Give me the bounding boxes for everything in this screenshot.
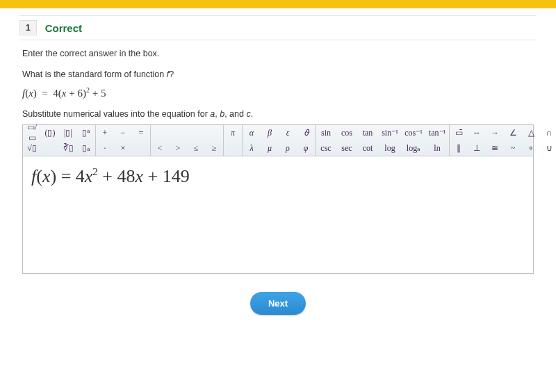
tb-overbar[interactable]: ▭̄: [450, 125, 468, 140]
tb-nthroot[interactable]: ∛▯: [59, 140, 77, 156]
tb-parallel[interactable]: ∥: [450, 140, 468, 156]
ans-paren-close: ): [50, 166, 56, 186]
given-formula: f(x) = 4(x + 6)2 + 5: [22, 86, 534, 99]
tb-rho[interactable]: ρ: [279, 140, 297, 156]
ans-plus2: +: [143, 166, 163, 186]
prompt-text: What is the standard form of function: [22, 70, 167, 79]
sub-prefix: Substitute numerical values into the equ…: [22, 109, 210, 119]
tb-c3b[interactable]: [169, 125, 187, 140]
ans-x: x: [42, 166, 51, 186]
tb-perp[interactable]: ⊥: [468, 140, 486, 156]
tb-log[interactable]: log: [378, 140, 402, 156]
tb-superscript[interactable]: ▯ᵃ: [77, 125, 95, 140]
ans-exp: 2: [92, 166, 98, 177]
tb-c3c[interactable]: [187, 125, 205, 140]
brand-topbar: [0, 0, 556, 8]
question-number: 1: [19, 20, 37, 35]
ans-paren-open: (: [36, 166, 42, 186]
ans-c: 149: [163, 166, 190, 186]
status-correct: Correct: [45, 22, 82, 34]
tb-group-templates: ▭/▭ (▯) |▯| ▯ᵃ √▯ ∛▯ ▯ₐ: [23, 125, 96, 156]
tb-sqrt[interactable]: √▯: [23, 140, 41, 156]
tb-pi[interactable]: π: [224, 125, 242, 140]
tb-group-geom: ▭̄ ↔ → ∠ △ ∩ ∥ ⊥ ≅ ~ ∘: [450, 125, 556, 156]
tb-logb[interactable]: logₐ: [402, 140, 425, 156]
tb-subscript[interactable]: ▯ₐ: [77, 140, 95, 156]
next-wrap: Next: [22, 292, 534, 315]
equation-editor: ▭/▭ (▯) |▯| ▯ᵃ √▯ ∛▯ ▯ₐ: [22, 124, 534, 274]
tb-blank2[interactable]: [132, 140, 150, 156]
tb-sec[interactable]: sec: [336, 140, 357, 156]
prompt-q: ?: [169, 70, 174, 79]
tb-congr[interactable]: ≅: [486, 140, 504, 156]
tb-c3a[interactable]: [151, 125, 169, 140]
tb-dot[interactable]: ·: [96, 140, 114, 156]
tb-parens[interactable]: (▯): [41, 125, 59, 140]
answer-input-area[interactable]: f(x) = 4x2 + 48x + 149: [23, 156, 533, 273]
tb-fraction[interactable]: ▭/▭: [23, 125, 41, 140]
tb-similar[interactable]: ~: [504, 140, 522, 156]
tb-lt[interactable]: <: [151, 140, 169, 156]
answer-expression: f(x) = 4x2 + 48x + 149: [31, 166, 525, 187]
prompt: What is the standard form of function f?: [22, 70, 534, 79]
tb-epsilon[interactable]: ε: [279, 125, 297, 140]
tb-asin[interactable]: sin⁻¹: [378, 125, 402, 140]
ans-a: 4: [76, 166, 85, 186]
tb-ln[interactable]: ln: [425, 140, 449, 156]
tb-le[interactable]: ≤: [187, 140, 205, 156]
tb-intersect[interactable]: ∩: [540, 125, 556, 140]
tb-group-trig: sin cos tan sin⁻¹ cos⁻¹ tan⁻¹ csc sec co…: [316, 125, 450, 156]
ans-eq: =: [56, 166, 76, 186]
tb-equals[interactable]: =: [132, 125, 150, 140]
math-toolbar: ▭/▭ (▯) |▯| ▯ᵃ √▯ ∛▯ ▯ₐ: [23, 125, 533, 156]
tb-csc[interactable]: csc: [316, 140, 336, 156]
tb-sin[interactable]: sin: [316, 125, 336, 140]
tb-blank3[interactable]: [224, 140, 242, 156]
instruction: Enter the correct answer in the box.: [22, 49, 534, 58]
tb-group-greek: α β ε ϑ λ μ ρ φ: [243, 125, 316, 156]
tb-cot[interactable]: cot: [357, 140, 378, 156]
page: 1 Correct Enter the correct answer in th…: [0, 0, 556, 392]
ans-b: 48: [117, 166, 136, 186]
question-header: 1 Correct: [19, 15, 537, 40]
tb-group-pi: π: [224, 125, 243, 156]
tb-group-compare: < > ≤ ≥: [151, 125, 224, 156]
ans-x1: x: [85, 166, 93, 186]
tb-plus[interactable]: +: [96, 125, 114, 140]
tb-gt[interactable]: >: [169, 140, 187, 156]
tb-c3d[interactable]: [205, 125, 223, 140]
tb-lambda[interactable]: λ: [243, 140, 261, 156]
tb-blank1[interactable]: [41, 140, 59, 156]
tb-arrow[interactable]: →: [486, 125, 504, 140]
ans-plus1: +: [98, 166, 117, 186]
sep2: , and: [224, 109, 246, 119]
tb-ge[interactable]: ≥: [205, 140, 223, 156]
tb-acos[interactable]: cos⁻¹: [402, 125, 425, 140]
tb-theta[interactable]: ϑ: [297, 125, 315, 140]
sub-suffix: .: [251, 109, 253, 119]
tb-dblarrow[interactable]: ↔: [468, 125, 486, 140]
tb-times[interactable]: ×: [114, 140, 132, 156]
substitute-line: Substitute numerical values into the equ…: [22, 109, 534, 119]
tb-group-ops: + − = · ×: [96, 125, 151, 156]
question-body: Enter the correct answer in the box. Wha…: [19, 40, 537, 315]
ans-x2: x: [136, 166, 144, 186]
tb-union[interactable]: ∪: [540, 140, 556, 156]
tb-minus[interactable]: −: [114, 125, 132, 140]
tb-tan[interactable]: tan: [357, 125, 378, 140]
tb-triangle[interactable]: △: [522, 125, 540, 140]
tb-phi[interactable]: φ: [297, 140, 315, 156]
tb-beta[interactable]: β: [261, 125, 279, 140]
next-button[interactable]: Next: [250, 292, 306, 315]
tb-degree[interactable]: ∘: [522, 140, 540, 156]
content: 1 Correct Enter the correct answer in th…: [0, 8, 556, 315]
tb-abs[interactable]: |▯|: [59, 125, 77, 140]
tb-atan[interactable]: tan⁻¹: [425, 125, 449, 140]
tb-alpha[interactable]: α: [243, 125, 261, 140]
tb-cos[interactable]: cos: [336, 125, 357, 140]
tb-mu[interactable]: μ: [261, 140, 279, 156]
tb-angle[interactable]: ∠: [504, 125, 522, 140]
